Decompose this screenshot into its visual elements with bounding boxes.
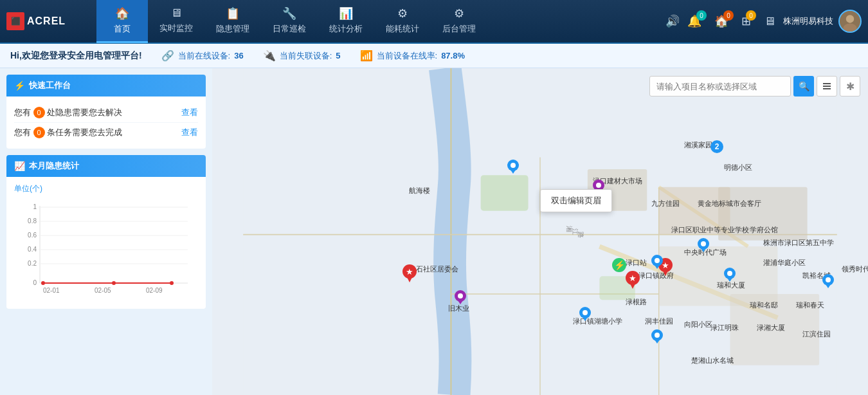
nav-icon-日常巡检: 🔧 bbox=[282, 6, 296, 21]
svg-point-1 bbox=[846, 15, 854, 23]
greeting-text: Hi,欢迎您登录安全用电管理平台! bbox=[10, 50, 142, 62]
nav-icon-首页: 🏠 bbox=[115, 6, 129, 21]
svg-marker-45 bbox=[407, 277, 412, 282]
svg-text:★: ★ bbox=[406, 267, 413, 277]
svg-marker-69 bbox=[655, 265, 660, 269]
svg-marker-60 bbox=[701, 248, 706, 252]
nav-item-实时监控[interactable]: 🖥实时监控 bbox=[148, 0, 204, 43]
map-star-button[interactable]: ✱ bbox=[840, 76, 860, 96]
home-nav-icon[interactable]: 🏠 0 bbox=[714, 14, 728, 28]
nav-icon-统计分析: 📊 bbox=[339, 6, 353, 21]
map-location-pin-2[interactable] bbox=[698, 238, 709, 255]
map-pin-star-0[interactable]: ★ bbox=[402, 264, 417, 286]
workbench-icon: ⚡ bbox=[14, 80, 25, 91]
map-green-pin[interactable]: ⚡ bbox=[612, 258, 626, 274]
workbench-link-0[interactable]: 查看 bbox=[181, 107, 198, 118]
quick-workbench-section: ⚡ 快速工作台 您有 0 处隐患需要您去解决 查看 您有 0 条任务需要您去完成… bbox=[6, 75, 206, 149]
map-pins-container: ★★★2⚡ bbox=[212, 68, 868, 395]
nav-item-统计分析[interactable]: 📊统计分析 bbox=[318, 0, 374, 43]
tooltip-text: 双击编辑页眉 bbox=[551, 196, 601, 205]
svg-text:0.8: 0.8 bbox=[28, 217, 37, 225]
nav-right: 🔊 🔔 0 🏠 0 ⊞ 0 🖥 株洲明易科技 bbox=[665, 10, 862, 33]
nav-icon-后台管理: ⚙ bbox=[454, 6, 464, 21]
grid-badge: 0 bbox=[746, 10, 756, 21]
svg-point-21 bbox=[170, 281, 174, 285]
map-number-badge-0[interactable]: 2 bbox=[710, 140, 723, 153]
workbench-row-text-1: 您有 0 条任务需要您去完成 bbox=[14, 127, 176, 138]
map-search-button[interactable]: 🔍 bbox=[793, 76, 814, 96]
left-panel: ⚡ 快速工作台 您有 0 处隐患需要您去解决 查看 您有 0 条任务需要您去完成… bbox=[0, 68, 212, 395]
nav-label-实时监控: 实时监控 bbox=[159, 23, 193, 34]
grid-icon[interactable]: ⊞ 0 bbox=[741, 14, 751, 28]
home-badge: 0 bbox=[723, 10, 734, 21]
nav-item-后台管理[interactable]: ⚙后台管理 bbox=[431, 0, 487, 43]
map-location-pin-4[interactable] bbox=[822, 274, 834, 291]
quick-workbench-header: ⚡ 快速工作台 bbox=[6, 75, 206, 96]
svg-point-2 bbox=[843, 24, 856, 33]
map-location-pin-6[interactable] bbox=[579, 307, 591, 324]
svg-marker-83 bbox=[458, 300, 463, 304]
nav-label-隐患管理: 隐患管理 bbox=[216, 23, 249, 35]
map-list-button[interactable] bbox=[817, 76, 837, 96]
svg-marker-72 bbox=[583, 317, 588, 321]
svg-text:0: 0 bbox=[33, 279, 37, 286]
offline-icon: 🔌 bbox=[263, 50, 276, 62]
map-location-pin-5[interactable] bbox=[651, 255, 663, 271]
svg-point-74 bbox=[655, 333, 660, 338]
nav-item-隐患管理[interactable]: 📋隐患管理 bbox=[204, 0, 261, 43]
svg-point-62 bbox=[727, 271, 732, 276]
svg-point-59 bbox=[701, 241, 706, 246]
svg-point-65 bbox=[826, 277, 831, 282]
user-info[interactable]: 株洲明易科技 bbox=[783, 10, 862, 33]
logo-area: ⬛ ACREL bbox=[6, 12, 96, 30]
online-value: 36 bbox=[234, 51, 243, 60]
nav-item-首页[interactable]: 🏠首页 bbox=[96, 0, 148, 43]
avatar bbox=[838, 10, 862, 33]
svg-marker-75 bbox=[655, 340, 660, 344]
volume-icon[interactable]: 🔊 bbox=[665, 14, 680, 28]
nav-item-日常巡检[interactable]: 🔧日常巡检 bbox=[261, 0, 318, 43]
stats-icon: 📈 bbox=[14, 161, 25, 171]
main-content: ⚡ 快速工作台 您有 0 处隐患需要您去解决 查看 您有 0 条任务需要您去完成… bbox=[0, 68, 868, 395]
bell-badge: 0 bbox=[696, 10, 707, 21]
svg-marker-51 bbox=[663, 271, 668, 276]
map-purple-pin-1[interactable] bbox=[455, 290, 466, 306]
workbench-row-text-0: 您有 0 处隐患需要您去解决 bbox=[14, 107, 176, 118]
nav-icon-实时监控: 🖥 bbox=[170, 6, 182, 20]
map-tooltip: 双击编辑页眉 bbox=[540, 189, 612, 212]
svg-text:02-05: 02-05 bbox=[95, 287, 111, 294]
nav-item-能耗统计[interactable]: ⚙能耗统计 bbox=[374, 0, 431, 43]
offline-devices-item: 🔌 当前失联设备: 5 bbox=[263, 50, 341, 62]
rate-value: 87.8% bbox=[441, 51, 465, 60]
map-search-input[interactable] bbox=[649, 76, 791, 96]
rate-item: 📶 当前设备在线率: 87.8% bbox=[360, 50, 466, 62]
logo-text: ACREL bbox=[27, 15, 66, 27]
nav-label-首页: 首页 bbox=[114, 23, 131, 35]
svg-text:0.2: 0.2 bbox=[28, 260, 37, 267]
map-location-pin-7[interactable] bbox=[651, 329, 663, 346]
svg-point-79 bbox=[596, 183, 601, 188]
rate-icon: 📶 bbox=[360, 50, 373, 62]
svg-text:⚡: ⚡ bbox=[614, 260, 626, 271]
map-location-pin-0[interactable] bbox=[507, 160, 519, 176]
svg-marker-63 bbox=[727, 278, 732, 282]
svg-marker-66 bbox=[826, 284, 831, 288]
svg-rect-23 bbox=[823, 86, 831, 87]
map-area: 🔍 ✱ 湘 江 路 bbox=[212, 68, 868, 395]
status-bar: Hi,欢迎您登录安全用电管理平台! 🔗 当前在线设备: 36 🔌 当前失联设备:… bbox=[0, 44, 868, 68]
bell-icon[interactable]: 🔔 0 bbox=[687, 14, 701, 28]
nav-items: 🏠首页🖥实时监控📋隐患管理🔧日常巡检📊统计分析⚙能耗统计⚙后台管理 bbox=[96, 0, 665, 43]
map-search-bar: 🔍 ✱ bbox=[649, 76, 860, 96]
svg-marker-48 bbox=[630, 284, 635, 289]
nav-label-日常巡检: 日常巡检 bbox=[273, 23, 306, 35]
workbench-link-1[interactable]: 查看 bbox=[181, 127, 198, 138]
svg-point-20 bbox=[112, 281, 116, 285]
chart-svg: 1 0.8 0.6 0.4 0.2 0 02-01 02-05 bbox=[14, 199, 194, 302]
online-label: 当前在线设备: bbox=[178, 50, 231, 62]
nav-icon-能耗统计: ⚙ bbox=[397, 6, 408, 21]
hidden-stats-section: 📈 本月隐患统计 单位(个) 1 0.8 0 bbox=[6, 155, 206, 309]
monitor-icon[interactable]: 🖥 bbox=[764, 15, 775, 28]
map-pin-star-1[interactable]: ★ bbox=[626, 271, 640, 292]
nav-icon-隐患管理: 📋 bbox=[226, 6, 240, 21]
map-location-pin-3[interactable] bbox=[724, 268, 736, 284]
